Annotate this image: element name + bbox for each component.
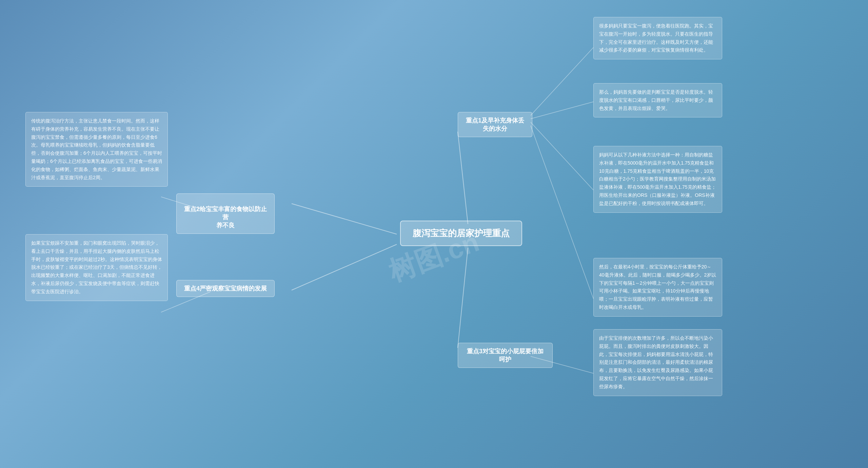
svg-line-1: [292, 204, 397, 234]
central-label: 腹泻宝宝的居家护理重点: [413, 228, 510, 238]
leaf-b1-top2-text: 那么，妈妈首先要做的是判断宝宝是否是轻度脱水。轻度脱水的宝宝有口渴感，口唇稍干，…: [599, 89, 713, 111]
svg-line-2: [458, 248, 468, 348]
leaf-b2-text: 传统的腹泻治疗方法，主张让患儿禁食一段时间。然而，这样有碍于身体的营养补充，容易…: [31, 118, 162, 180]
leaf-b4-text: 如果宝宝烦躁不安加重，囟门和眼窝出现凹陷，哭时眼泪少，看上去口干舌燥，并且，用手…: [31, 240, 162, 294]
central-node: 腹泻宝宝的居家护理重点: [400, 221, 522, 246]
branch-b1: 重点1及早补充身体丢失的水分: [458, 112, 532, 137]
branch-b3-label: 重点3对宝宝的小屁屁要倍加呵护: [467, 348, 544, 363]
svg-line-0: [458, 132, 468, 224]
leaf-b4: 如果宝宝烦躁不安加重，囟门和眼窝出现凹陷，哭时眼泪少，看上去口干舌燥，并且，用手…: [25, 234, 168, 301]
leaf-b1-top1-text: 很多妈妈只要宝宝一腹泻，便急着往医院跑。其实，宝宝在腹泻一开始时，多为轻度脱水。…: [599, 23, 713, 53]
svg-line-7: [531, 126, 593, 299]
leaf-b3: 由于宝宝排便的次数增加了许多，所以会不断地污染小屁屁。而且，腹泻时排出的粪便对皮…: [593, 329, 722, 396]
svg-line-3: [292, 244, 397, 290]
branch-b4: 重点4严密观察宝宝病情的发展: [176, 280, 275, 297]
branch-b1-label: 重点1及早补充身体丢失的水分: [466, 117, 524, 132]
leaf-b2: 传统的腹泻治疗方法，主张让患儿禁食一段时间。然而，这样有碍于身体的营养补充，容易…: [25, 112, 168, 187]
branch-b2-label: 重点2给宝宝丰富的食物以防止营 养不良: [184, 206, 267, 229]
branch-b3: 重点3对宝宝的小屁屁要倍加呵护: [458, 343, 553, 368]
svg-line-5: [531, 102, 593, 119]
svg-line-6: [531, 122, 593, 190]
leaf-b3-text: 由于宝宝排便的次数增加了许多，所以会不断地污染小屁屁。而且，腹泻时排出的粪便对皮…: [599, 335, 713, 389]
branch-b4-label: 重点4严密观察宝宝病情的发展: [184, 285, 267, 292]
leaf-b1-top1: 很多妈妈只要宝宝一腹泻，便急着往医院跑。其实，宝宝在腹泻一开始时，多为轻度脱水。…: [593, 17, 722, 59]
leaf-b1-bot-text: 然后，在最初4小时里，按宝宝的每公斤体重给予20～40毫升液体。此后，随时口服，…: [599, 264, 716, 310]
leaf-b1-mid-text: 妈妈可从以下几种补液方法中选择一种：用自制的糖盐水补液，即在5000毫升的温开水…: [599, 152, 716, 206]
mindmap-container: 腹泻宝宝的居家护理重点 重点1及早补充身体丢失的水分 重点2给宝宝丰富的食物以防…: [0, 0, 868, 468]
branch-b2: 重点2给宝宝丰富的食物以防止营 养不良: [176, 193, 275, 234]
svg-line-4: [531, 48, 593, 115]
leaf-b1-top2: 那么，妈妈首先要做的是判断宝宝是否是轻度脱水。轻度脱水的宝宝有口渴感，口唇稍干，…: [593, 83, 722, 117]
leaf-b1-bot: 然后，在最初4小时里，按宝宝的每公斤体重给予20～40毫升液体。此后，随时口服，…: [593, 258, 722, 317]
leaf-b1-mid: 妈妈可从以下几种补液方法中选择一种：用自制的糖盐水补液，即在5000毫升的温开水…: [593, 146, 722, 213]
